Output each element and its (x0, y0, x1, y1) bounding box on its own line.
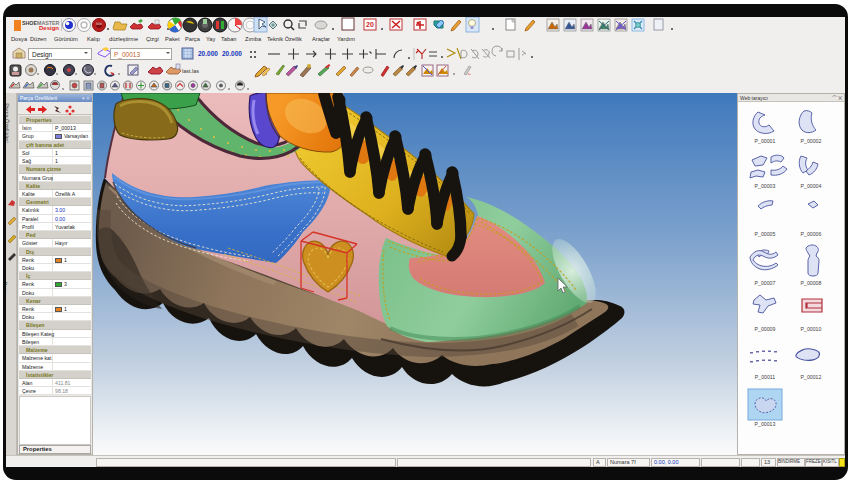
svg-text:P_00001: P_00001 (755, 138, 776, 144)
svg-text:P_00006: P_00006 (801, 231, 822, 237)
svg-text:P_00009: P_00009 (755, 326, 776, 332)
svg-text:P_00005: P_00005 (755, 231, 776, 237)
svg-text:P_00011: P_00011 (755, 374, 775, 380)
svg-text:P_00004: P_00004 (801, 183, 822, 189)
svg-text:20.000: 20.000 (222, 50, 242, 57)
svg-text:P_00002: P_00002 (801, 138, 822, 144)
svg-text:P_00013: P_00013 (755, 421, 776, 427)
svg-text:P_00008: P_00008 (801, 280, 822, 286)
svg-text:P_00012: P_00012 (801, 374, 822, 380)
svg-text:20: 20 (366, 21, 374, 28)
svg-text:P_00010: P_00010 (801, 326, 822, 332)
svg-text:P_00003: P_00003 (755, 183, 776, 189)
svg-text:last.las: last.las (182, 68, 199, 74)
svg-text:20.000: 20.000 (198, 50, 218, 57)
svg-text:P_00007: P_00007 (755, 280, 776, 286)
